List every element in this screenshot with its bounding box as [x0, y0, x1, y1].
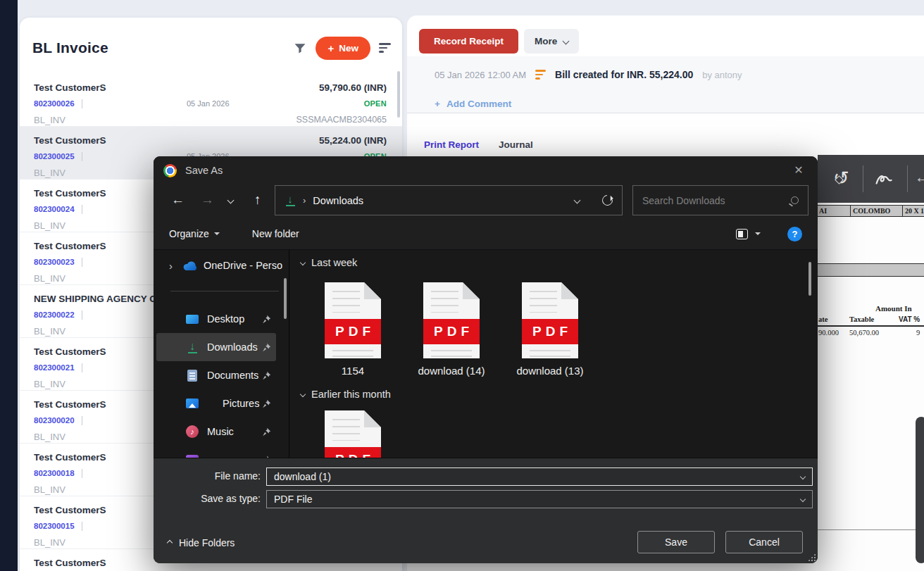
view-mode-icon[interactable]: [736, 229, 748, 239]
file-tile[interactable]: PDF: [325, 410, 381, 458]
invoice-number-link[interactable]: 802300022: [34, 310, 75, 319]
more-button[interactable]: More: [524, 29, 579, 54]
dialog-titlebar[interactable]: Save As ✕: [154, 156, 818, 184]
group-collapse-chevron-icon: [300, 391, 306, 397]
table-rule: [818, 325, 924, 327]
pdf-column-headers: ate Taxable VAT %: [818, 315, 924, 324]
invoice-number-link[interactable]: 802300023: [34, 258, 75, 266]
file-name-field[interactable]: download (1): [266, 468, 813, 486]
save-as-type-field[interactable]: PDF File: [266, 490, 813, 508]
file-tile[interactable]: PDF 1154: [304, 282, 402, 377]
tab-print-report[interactable]: Print Report: [423, 128, 480, 159]
address-dropdown-chevron-icon[interactable]: [574, 197, 581, 204]
save-button[interactable]: Save: [637, 531, 715, 553]
filter-icon[interactable]: [293, 41, 307, 55]
invoice-number-link[interactable]: 802300018: [34, 469, 75, 477]
pdf-file-icon: PDF: [325, 282, 381, 358]
search-box: [632, 185, 808, 215]
caret-down-icon: [214, 232, 220, 235]
file-tile[interactable]: PDF download (14): [402, 282, 501, 377]
recent-locations-chevron-icon[interactable]: [227, 197, 235, 204]
invoice-number-link[interactable]: 802300024: [34, 205, 75, 213]
toolbar-divider: [863, 165, 863, 192]
documents-icon: [185, 368, 200, 383]
divider: [82, 152, 82, 161]
tree-scrollbar[interactable]: [284, 278, 287, 319]
pdf-file-icon: PDF: [522, 282, 578, 358]
bill-event-icon: [535, 70, 546, 79]
pin-icon: [262, 343, 271, 352]
tree-item-onedrive[interactable]: › OneDrive - Perso: [154, 256, 289, 275]
refresh-icon[interactable]: [600, 193, 615, 208]
detail-actions: Record Receipt More: [407, 15, 924, 54]
file-browser-scrollbar[interactable]: [808, 262, 811, 296]
doc-type: BL_INV: [34, 220, 65, 231]
col-vat: VAT %: [899, 315, 920, 323]
folder-tree: › OneDrive - Perso Desktop: [154, 250, 289, 458]
invoice-number-link[interactable]: 802300021: [34, 363, 75, 372]
combo-chevron-icon[interactable]: [800, 496, 806, 502]
organize-menu[interactable]: Organize: [169, 228, 220, 239]
address-bar[interactable]: › Downloads: [275, 185, 623, 215]
resize-grip[interactable]: [808, 553, 816, 561]
back-button[interactable]: [171, 192, 185, 208]
dialog-body: › OneDrive - Perso Desktop: [154, 250, 818, 458]
pdf-file-icon: PDF: [423, 282, 480, 358]
record-receipt-button[interactable]: Record Receipt: [419, 29, 518, 54]
tree-item[interactable]: Downloads: [156, 333, 276, 361]
pdf-viewer-scrollbar[interactable]: [916, 417, 924, 563]
group-header-last-week[interactable]: Last week: [301, 257, 357, 268]
divider: [82, 363, 82, 372]
expander-chevron-icon[interactable]: ›: [169, 260, 173, 272]
pdf-section-band: [818, 263, 924, 277]
invoice-list-scrollbar[interactable]: [397, 71, 400, 118]
timeline-timestamp: 05 Jan 2026 12:00 AM: [435, 70, 526, 80]
invoice-list-item[interactable]: Test CustomerS 59,790.60 (INR) 802300026…: [20, 74, 402, 127]
col-taxable: Taxable: [849, 315, 874, 323]
search-icon[interactable]: [791, 196, 799, 204]
tree-item[interactable]: Music: [156, 418, 276, 446]
invoice-date: 05 Jan 2026: [187, 99, 230, 108]
invoice-number-link[interactable]: 802300026: [34, 99, 75, 108]
forward-button[interactable]: [201, 192, 214, 208]
ink-annotate-icon[interactable]: [875, 171, 899, 187]
tree-item[interactable]: Documents: [156, 361, 276, 389]
tree-item[interactable]: Pictures: [156, 389, 276, 418]
file-tile[interactable]: PDF download (13): [501, 282, 599, 377]
app-left-rail: [0, 0, 18, 571]
combo-chevron-icon[interactable]: [800, 474, 806, 479]
search-input[interactable]: [642, 195, 785, 206]
invoice-number-link[interactable]: 802300015: [34, 522, 75, 530]
tree-item[interactable]: Desktop: [156, 305, 276, 333]
new-folder-button[interactable]: New folder: [252, 228, 299, 239]
val-taxable: 50,670.00: [849, 329, 879, 337]
sort-icon[interactable]: [379, 43, 391, 52]
file-name: download (13): [516, 365, 583, 377]
breadcrumb[interactable]: Downloads: [313, 195, 363, 206]
group-label: Earlier this month: [311, 389, 391, 400]
add-comment-button[interactable]: + Add Comment: [435, 99, 511, 109]
new-button-label: New: [339, 43, 358, 54]
doc-type: BL_INV: [34, 115, 65, 125]
invoice-amount: 55,224.00 (INR): [319, 135, 387, 146]
invoice-number-link[interactable]: 802300025: [34, 152, 75, 161]
close-icon[interactable]: ✕: [788, 161, 809, 180]
arrow-left-icon[interactable]: ←: [914, 168, 924, 187]
help-icon[interactable]: ?: [787, 227, 802, 241]
invoice-list-header: BL Invoice + New: [20, 18, 402, 74]
desktop-icon: [185, 311, 200, 327]
file-name: download (14): [418, 365, 485, 377]
group-header-earlier-this-month[interactable]: Earlier this month: [301, 389, 391, 400]
new-invoice-button[interactable]: + New: [316, 37, 370, 60]
cancel-button[interactable]: Cancel: [725, 531, 803, 553]
rotate-icon[interactable]: [833, 168, 854, 190]
up-button[interactable]: [254, 192, 261, 208]
dialog-footer: File name: download (1) Save as type: PD…: [154, 458, 818, 563]
tab-journal[interactable]: Journal: [497, 128, 535, 159]
view-mode-caret-icon[interactable]: [755, 232, 761, 235]
tree-item-label: Desktop: [207, 313, 244, 325]
invoice-number-link[interactable]: 802300020: [34, 416, 75, 425]
tree-item[interactable]: [156, 446, 276, 458]
divider: [82, 522, 82, 531]
hide-folders-button[interactable]: Hide Folders: [168, 537, 235, 548]
